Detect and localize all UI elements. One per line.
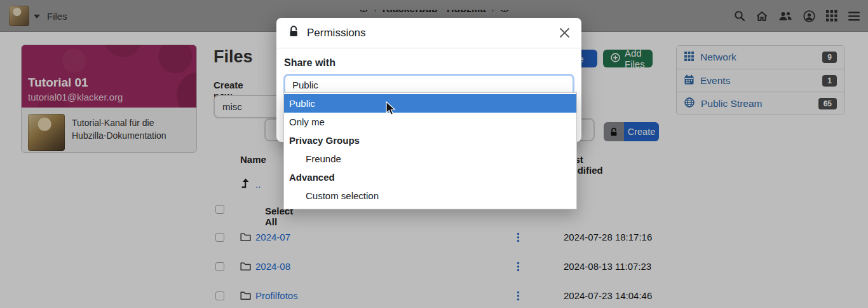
modal-title: Permissions <box>307 27 366 39</box>
share-with-dropdown: Public Only me Privacy Groups Freunde Ad… <box>283 92 577 209</box>
dropdown-option-freunde[interactable]: Freunde <box>284 150 576 168</box>
mouse-cursor <box>386 101 397 119</box>
dropdown-option-public[interactable]: Public <box>284 94 576 113</box>
dropdown-option-only-me[interactable]: Only me <box>284 113 576 131</box>
modal-header: Permissions <box>276 18 581 48</box>
dropdown-option-custom-selection[interactable]: Custom selection <box>284 186 576 205</box>
dropdown-header-advanced: Advanced <box>284 168 576 186</box>
share-with-label: Share with <box>284 57 574 69</box>
app-screen: Files ⚓ ✶ Klackerbub - Hubzilla ✶ ⚓ Tuto… <box>0 0 868 308</box>
dropdown-header-privacy-groups: Privacy Groups <box>284 131 576 150</box>
unlock-icon <box>288 25 300 40</box>
close-icon[interactable] <box>559 27 570 38</box>
